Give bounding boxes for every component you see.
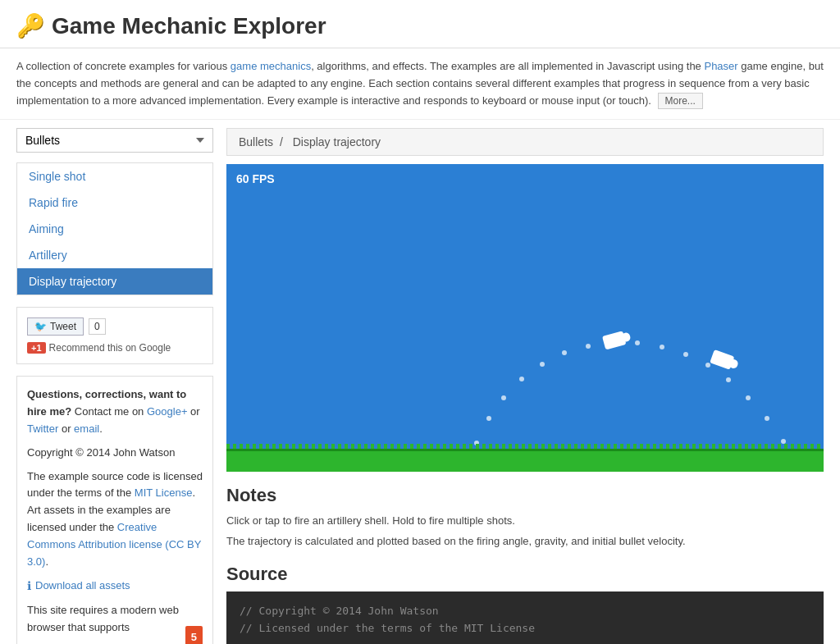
svg-point-5: [562, 350, 567, 355]
svg-point-2: [501, 395, 506, 400]
tweet-button[interactable]: 🐦 Tweet: [27, 317, 84, 336]
content-area: Bullets / Display trajectory 60 FPS: [226, 128, 824, 644]
svg-point-14: [765, 416, 769, 421]
main-layout: Bullets Movement Shooting Scrolling Sing…: [0, 120, 840, 644]
nav-item-aiming[interactable]: Aiming: [17, 216, 212, 242]
source-heading: Source: [226, 564, 824, 585]
svg-point-4: [540, 362, 545, 367]
breadcrumb-current: Display trajectory: [293, 135, 381, 148]
page-title: 🔑 Game Mechanic Explorer: [16, 12, 824, 39]
code-line-2: // Licensed under the terms of the MIT L…: [240, 620, 810, 637]
svg-point-7: [610, 340, 615, 345]
nav-item-single-shot[interactable]: Single shot: [17, 163, 212, 190]
svg-rect-22: [602, 331, 627, 350]
breadcrumb-parent[interactable]: Bullets: [239, 135, 273, 148]
bullet-1: [602, 330, 632, 350]
svg-point-13: [746, 395, 751, 400]
svg-rect-24: [710, 349, 734, 370]
svg-point-8: [635, 340, 640, 345]
html5-badge: 5: [185, 626, 203, 644]
key-icon: 🔑: [16, 12, 45, 39]
intro-section: A collection of concrete examples for va…: [0, 48, 840, 120]
bullet-2: [710, 349, 740, 372]
svg-point-9: [660, 345, 664, 349]
intro-text-1: A collection of concrete examples for va…: [16, 60, 231, 72]
intro-text-2: , algorithms, and effects. The examples …: [311, 60, 704, 72]
nav-item-rapid-fire[interactable]: Rapid fire: [17, 190, 212, 216]
nav-item-artillery[interactable]: Artillery: [17, 242, 212, 268]
svg-point-12: [726, 377, 731, 382]
breadcrumb-separator: /: [280, 135, 283, 148]
source-section: Source // Copyright © 2014 John Watson /…: [226, 564, 824, 644]
tweet-row: 🐦 Tweet 0: [27, 317, 203, 336]
notes-section: Notes Click or tap to fire an artillery …: [226, 485, 824, 550]
code-block: // Copyright © 2014 John Watson // Licen…: [226, 591, 824, 644]
game-canvas[interactable]: 60 FPS: [226, 164, 824, 472]
nav-item-display-trajectory[interactable]: Display trajectory: [17, 268, 212, 295]
more-button[interactable]: More...: [658, 93, 703, 109]
email-link[interactable]: email: [74, 422, 99, 435]
nav-list: Single shot Rapid fire Aiming Artillery …: [16, 162, 213, 295]
phaser-link[interactable]: Phaser: [704, 60, 737, 72]
svg-point-10: [683, 352, 688, 357]
ground: [226, 449, 824, 472]
svg-point-3: [519, 377, 524, 381]
code-line-1: // Copyright © 2014 John Watson: [240, 603, 810, 620]
fps-label: 60 FPS: [236, 172, 275, 185]
breadcrumb: Bullets / Display trajectory: [226, 128, 824, 156]
svg-rect-23: [621, 332, 632, 343]
social-box: 🐦 Tweet 0 +1 Recommend this on Google: [16, 307, 213, 364]
category-select[interactable]: Bullets Movement Shooting Scrolling: [16, 128, 213, 153]
license-text: The example source code is licensed unde…: [27, 468, 203, 571]
tweet-count: 0: [89, 318, 106, 335]
mit-license-link[interactable]: MIT License: [135, 486, 193, 499]
twitter-link[interactable]: Twitter: [27, 422, 58, 435]
twitter-bird-icon: 🐦: [34, 321, 47, 332]
svg-point-6: [586, 344, 591, 349]
googleplus-link[interactable]: Google+: [147, 405, 188, 418]
gplus-badge: +1: [27, 342, 46, 354]
game-mechanics-link[interactable]: game mechanics: [231, 60, 311, 72]
svg-rect-25: [728, 359, 739, 370]
contact-box: Questions, corrections, want to hire me?…: [16, 376, 213, 644]
notes-heading: Notes: [226, 485, 824, 506]
page-header: 🔑 Game Mechanic Explorer: [0, 0, 840, 48]
download-assets-link[interactable]: ℹ Download all assets: [27, 577, 203, 595]
gplus-label: Recommend this on Google: [49, 342, 171, 354]
svg-point-1: [486, 416, 491, 421]
sidebar: Bullets Movement Shooting Scrolling Sing…: [16, 128, 213, 644]
modern-browser-text: This site requires a modern web browser …: [27, 604, 179, 633]
notes-line1: Click or tap to fire an artillery shell.…: [226, 513, 824, 530]
gplus-row[interactable]: +1 Recommend this on Google: [27, 342, 171, 354]
trajectory-svg: [226, 164, 824, 472]
svg-point-11: [705, 363, 710, 368]
info-icon: ℹ: [27, 577, 31, 595]
notes-line2: The trajectory is calculated and plotted…: [226, 533, 824, 550]
copyright-text: Copyright © 2014 John Watson: [27, 445, 203, 462]
